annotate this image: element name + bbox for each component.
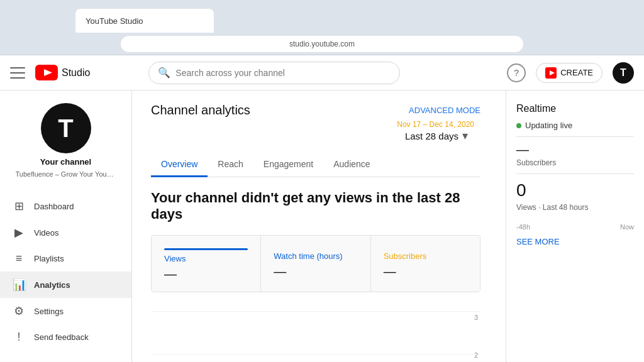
search-input[interactable] [175,68,391,78]
realtime-views: 0 Views · Last 48 hours [516,180,634,212]
sidebar-item-videos[interactable]: ▶ Videos [0,219,131,246]
advanced-mode-link[interactable]: ADVANCED MODE [409,106,480,115]
browser-addressbar: studio.youtube.com [0,33,644,55]
address-bar[interactable]: studio.youtube.com [121,36,523,52]
search-bar[interactable]: 🔍 [148,62,400,84]
subscribers-dash: — [516,143,634,156]
chart-area: 3 2 1 [151,311,480,362]
chart-y-label-2: 2 [462,351,480,359]
analytics-tabs: Overview Reach Engagement Audience [151,153,480,177]
realtime-subscribers: — Subscribers [516,143,634,167]
sidebar-item-label: Settings [34,307,64,316]
sidebar-item-label: Analytics [34,280,70,290]
views-num: 0 [516,180,634,200]
subscribers-label: Subscribers [384,251,467,261]
live-text: Updating live [525,121,572,130]
live-dot [516,123,521,128]
sidebar-item-settings[interactable]: ⚙ Settings [0,298,131,324]
tab-audience[interactable]: Audience [323,153,380,177]
chart-grid-line [151,354,480,355]
dashboard-icon: ⊞ [13,199,25,213]
content-area: Channel analytics ADVANCED MODE Nov 17 –… [132,90,644,362]
chart-y-labels: 3 2 1 [462,311,480,362]
no-views-message: Your channel didn't get any views in the… [151,190,480,222]
realtime-divider-2 [516,173,634,174]
topbar: Studio 🔍 ? CREATE T [0,55,644,90]
channel-avatar-initial: T [58,114,73,143]
channel-subtitle: Tubefluence – Grow Your YouTube C... [16,170,116,178]
chart-grid-line [151,311,480,312]
subscribers-stat-label: Subscribers [516,158,634,167]
views-label: Views [164,254,248,263]
realtime-live: Updating live [516,121,634,130]
chart-grid [151,311,480,362]
stats-bar: Views — Watch time (hours) — Subscribers… [151,235,480,292]
date-range-info: Nov 17 – Dec 14, 2020 Last 28 days ▾ [397,120,474,143]
avatar-initial: T [620,67,626,79]
user-avatar[interactable]: T [613,62,634,84]
realtime-divider [516,136,634,137]
sidebar-item-label: Send feedback [34,332,89,342]
youtube-icon [35,65,58,80]
watchtime-value: — [274,265,357,279]
create-label: CREATE [560,68,593,77]
main-content: T Your channel Tubefluence – Grow Your Y… [0,90,644,362]
browser-chrome: YouTube Studio [0,0,644,33]
stat-watchtime: Watch time (hours) — [260,236,370,292]
playlists-icon: ≡ [13,252,25,265]
logo[interactable]: Studio [35,65,90,80]
page-title: Channel analytics [151,103,250,118]
date-range-label: Nov 17 – Dec 14, 2020 [397,120,474,129]
channel-name: Your channel [40,157,91,167]
nav-list: ⊞ Dashboard ▶ Videos ≡ Playlists 📊 Analy… [0,188,131,355]
sidebar-item-label: Dashboard [34,202,74,211]
feedback-icon: ! [13,331,25,344]
studio-label: Studio [62,67,90,79]
sidebar-item-dashboard[interactable]: ⊞ Dashboard [0,193,131,219]
dropdown-icon[interactable]: ▾ [462,129,468,143]
create-button[interactable]: CREATE [536,63,602,83]
stat-subscribers: Subscribers — [370,236,480,292]
realtime-panel: Realtime Updating live — Subscribers 0 V… [506,90,644,362]
browser-tab[interactable]: YouTube Studio [75,9,214,33]
analytics-icon: 📊 [13,278,25,292]
channel-info: T Your channel Tubefluence – Grow Your Y… [0,90,131,188]
views-indicator [164,248,248,250]
subscribers-value: — [384,265,467,279]
views-value: — [164,267,248,282]
watchtime-label: Watch time (hours) [274,251,357,261]
tab-reach[interactable]: Reach [208,153,253,177]
help-label: ? [514,68,519,78]
views-stat-label: Views · Last 48 hours [516,203,634,212]
page-title-row: Channel analytics ADVANCED MODE [151,103,480,118]
axis-left: -48h [516,223,530,231]
chart-y-label-3: 3 [462,314,480,321]
topbar-right: ? CREATE T [507,62,634,84]
address-text: studio.youtube.com [289,40,355,48]
settings-icon: ⚙ [13,304,25,318]
tab-engagement[interactable]: Engagement [253,153,323,177]
search-icon: 🔍 [158,67,170,79]
channel-avatar: T [41,103,91,153]
sidebar-item-playlists[interactable]: ≡ Playlists [0,246,131,272]
sidebar-item-analytics[interactable]: 📊 Analytics [0,272,131,298]
sidebar: T Your channel Tubefluence – Grow Your Y… [0,90,132,362]
axis-right: Now [620,223,634,231]
realtime-title: Realtime [516,103,634,114]
stat-views: Views — [152,236,260,292]
sidebar-item-label: Playlists [34,254,64,263]
see-more-link[interactable]: SEE MORE [516,237,634,246]
sidebar-item-label: Videos [34,228,59,238]
last-days-label: Last 28 days ▾ [397,129,474,143]
videos-icon: ▶ [13,226,25,239]
hamburger-button[interactable] [10,65,25,80]
help-button[interactable]: ? [507,63,526,82]
camera-icon [545,67,557,79]
tab-overview[interactable]: Overview [151,153,208,177]
analytics-content: Channel analytics ADVANCED MODE Nov 17 –… [132,90,499,362]
browser-tab-label: YouTube Studio [86,16,143,26]
realtime-axis: -48h Now [516,223,634,231]
date-control: Nov 17 – Dec 14, 2020 Last 28 days ▾ [151,120,480,143]
sidebar-item-feedback[interactable]: ! Send feedback [0,324,131,350]
app: Studio 🔍 ? CREATE T [0,55,644,362]
